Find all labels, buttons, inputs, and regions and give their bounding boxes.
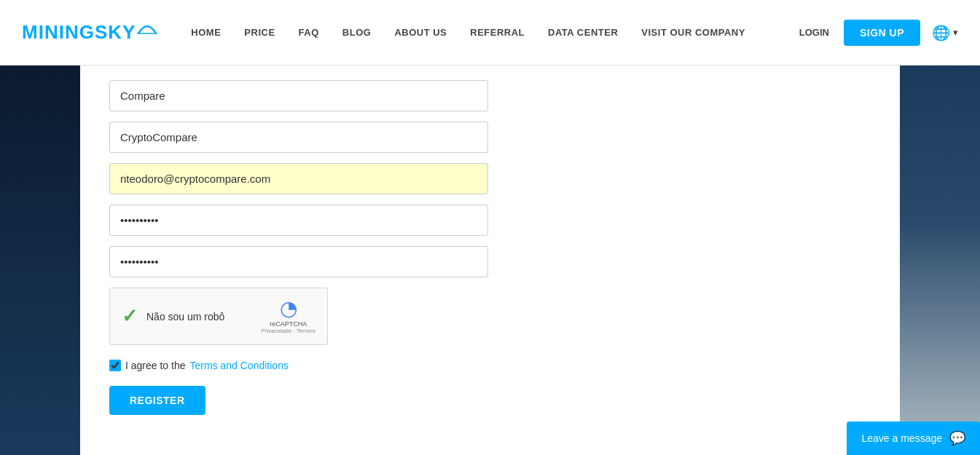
recaptcha-widget[interactable]: ✓ Não sou um robô ◔ reCAPTCHA Privacidad… [109,288,328,345]
terms-checkbox[interactable] [109,360,121,371]
header: MININGSKY HOME PRICE FAQ BLOG ABOUT US R… [0,0,980,66]
nav-item-blog[interactable]: BLOG [331,27,383,38]
field-email [109,163,488,194]
chat-label: Leave a message [861,432,942,444]
logo-blue: SKY [95,21,136,43]
nav-item-datacenter[interactable]: DATA CENTER [536,27,630,38]
chat-widget[interactable]: Leave a message 💬 [847,422,980,455]
logo-arc-icon [137,20,157,36]
globe-dropdown-arrow: ▾ [953,27,958,38]
main-content: ✓ Não sou um robô ◔ reCAPTCHA Privacidad… [80,66,900,455]
field-cryptocompare [109,122,488,153]
nav-item-about[interactable]: ABOUT US [383,27,458,38]
compare-input[interactable] [109,80,488,111]
password-input[interactable] [109,205,488,236]
right-panel [900,66,980,455]
nav-item-referral[interactable]: REFERRAL [458,27,536,38]
nav-item-home[interactable]: HOME [179,27,232,38]
logo-text: MININGSKY [22,21,136,44]
cryptocompare-input[interactable] [109,122,488,153]
field-compare [109,80,488,111]
register-button[interactable]: REGISTER [109,386,205,415]
email-input[interactable] [109,163,488,194]
nav-item-faq[interactable]: FAQ [287,27,331,38]
left-panel [0,66,80,455]
recaptcha-logo-icon: ◔ [280,298,297,319]
checkmark-icon: ✓ [122,305,138,328]
language-selector[interactable]: 🌐 ▾ [932,24,958,41]
confirm-password-input[interactable] [109,246,488,277]
nav-item-price[interactable]: PRICE [232,27,286,38]
recaptcha-right: ◔ reCAPTCHA Privacidade · Termos [261,298,315,334]
nav-item-visitcompany[interactable]: VISIT OUR COMPANY [630,27,757,38]
registration-form: ✓ Não sou um robô ◔ reCAPTCHA Privacidad… [109,80,488,415]
logo-dark: MINING [22,21,95,43]
chat-bubble-icon: 💬 [949,430,965,446]
main-nav: HOME PRICE FAQ BLOG ABOUT US REFERRAL DA… [179,27,791,38]
terms-link[interactable]: Terms and Conditions [190,360,289,371]
field-password [109,205,488,236]
field-confirm-password [109,246,488,277]
terms-text: I agree to the [125,360,186,371]
logo[interactable]: MININGSKY [22,21,157,44]
recaptcha-brand: reCAPTCHA [270,320,307,328]
recaptcha-links: Privacidade · Termos [261,328,315,334]
recaptcha-label: Não sou um robô [146,311,224,323]
login-button[interactable]: LOGIN [792,27,836,38]
nav-actions: LOGIN SIGN UP 🌐 ▾ [792,20,958,46]
terms-row: I agree to the Terms and Conditions [109,360,488,371]
globe-icon: 🌐 [932,24,950,41]
signup-button[interactable]: SIGN UP [844,20,920,46]
recaptcha-left: ✓ Não sou um robô [122,305,224,328]
page-wrapper: ✓ Não sou um robô ◔ reCAPTCHA Privacidad… [0,66,980,455]
